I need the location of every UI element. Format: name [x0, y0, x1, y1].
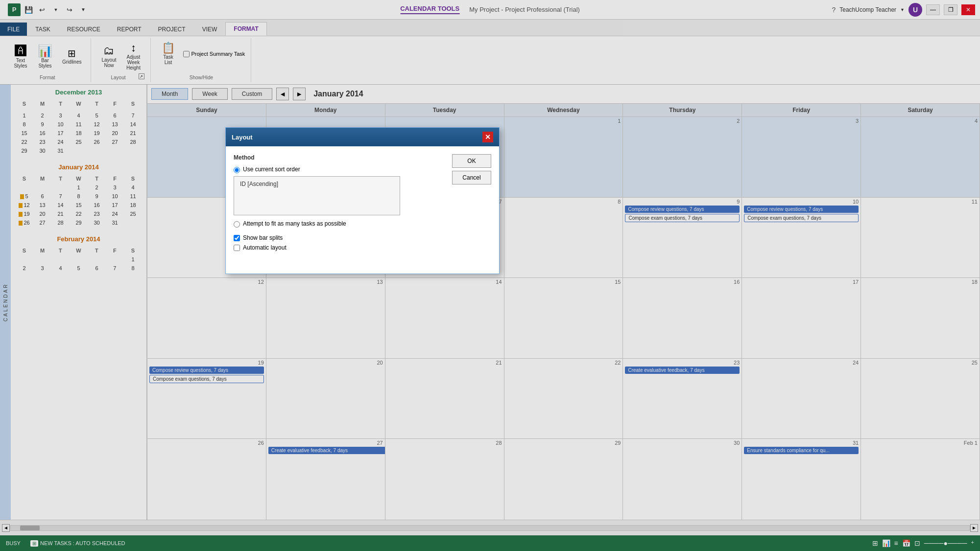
dialog-title-bar: Layout ✕: [226, 128, 499, 146]
radio-fit-tasks: Attempt to fit as many tasks as possible: [234, 220, 446, 228]
dialog-left-section: Method Use current sort order ID [Ascend…: [234, 154, 446, 254]
automatic-layout-checkbox[interactable]: [234, 245, 240, 251]
automatic-layout-option: Automatic layout: [234, 244, 446, 251]
radio-fit-tasks-label: Attempt to fit as many tasks as possible: [243, 220, 346, 227]
dialog-title: Layout: [232, 134, 253, 141]
dialog-content-row: Method Use current sort order ID [Ascend…: [234, 154, 491, 254]
automatic-layout-label: Automatic layout: [243, 244, 287, 251]
show-bar-splits-checkbox[interactable]: [234, 235, 240, 241]
layout-dialog: Layout ✕ Method Use current sort order I…: [225, 127, 500, 274]
show-bar-splits-label: Show bar splits: [243, 234, 283, 241]
dialog-overlay: Layout ✕ Method Use current sort order I…: [0, 0, 980, 551]
sort-list: ID [Ascending]: [234, 176, 400, 215]
radio-use-current-sort: Use current sort order: [234, 166, 446, 173]
radio-fit-tasks-input[interactable]: [234, 221, 240, 228]
dialog-right-section: OK Cancel: [452, 154, 491, 254]
cancel-button[interactable]: Cancel: [452, 171, 491, 184]
checkboxes-section: Show bar splits Automatic layout: [234, 234, 446, 251]
show-bar-splits-option: Show bar splits: [234, 234, 446, 241]
method-label: Method: [234, 154, 446, 161]
radio-use-current-sort-label: Use current sort order: [243, 166, 300, 173]
dialog-close-button[interactable]: ✕: [482, 132, 493, 142]
ok-button[interactable]: OK: [452, 154, 491, 168]
dialog-body: Method Use current sort order ID [Ascend…: [226, 146, 499, 262]
radio-use-current-sort-input[interactable]: [234, 167, 240, 173]
